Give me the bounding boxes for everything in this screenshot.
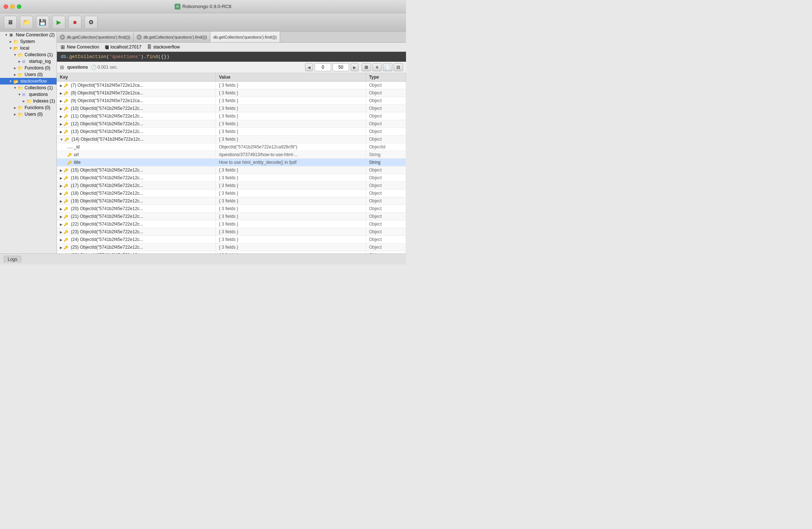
save-button[interactable]: 💾	[36, 16, 49, 29]
table-cell-key: ▶🔑(8) ObjectId("5741b2f45e722e12ca...	[57, 89, 216, 97]
local-label: local	[20, 46, 29, 51]
sidebar-item-startup-log[interactable]: ▶ ⊞ startup_log	[0, 58, 57, 65]
row-expand-icon[interactable]: ▶	[60, 91, 62, 95]
table-row[interactable]: ▶🔑(25) ObjectId("5741b2f45e722e12c...{ 3…	[57, 244, 406, 251]
table-row[interactable]: ▶🔑(13) ObjectId("5741b2f45e722e12c...{ 3…	[57, 128, 406, 136]
row-expand-icon[interactable]: ▶	[60, 223, 62, 226]
nav-pagesize-input[interactable]	[333, 63, 349, 71]
row-expand-icon[interactable]: ▶	[60, 107, 62, 111]
database-info: 🗄 stackoverflow	[147, 44, 180, 50]
row-expand-icon[interactable]: ▶	[60, 184, 62, 188]
table-row[interactable]: ▶🔑(12) ObjectId("5741b2f45e722e12c...{ 3…	[57, 120, 406, 128]
sidebar-item-so-functions[interactable]: ▶ 📁 Functions (0)	[0, 104, 57, 111]
table-row[interactable]: ▶🔑(18) ObjectId("5741b2f45e722e12c...{ 3…	[57, 190, 406, 197]
row-expand-icon[interactable]: ▶	[60, 99, 62, 103]
row-expand-icon[interactable]: ▶	[60, 169, 62, 172]
sidebar-item-connection[interactable]: ▼ 🖥 New Connection (2)	[0, 32, 57, 38]
local-users-arrow: ▶	[13, 73, 17, 76]
row-expand-icon[interactable]: ▶	[60, 176, 62, 180]
table-cell-key: ▶🔑(19) ObjectId("5741b2f45e722e12c...	[57, 197, 216, 205]
sidebar-item-local[interactable]: ▼ 📂 local	[0, 45, 57, 51]
row-expand-icon[interactable]: ▶	[60, 207, 62, 211]
tab-1[interactable]: ✕ db.getCollection('questions').find({})	[57, 32, 134, 42]
table-row[interactable]: ▶🔑(10) ObjectId("5741b2f45e722e12c...{ 3…	[57, 105, 406, 112]
maximize-button[interactable]	[17, 4, 21, 9]
table-row[interactable]: ▶🔑(20) ObjectId("5741b2f45e722e12c...{ 3…	[57, 205, 406, 213]
nav-current-input[interactable]	[315, 63, 331, 71]
table-cell-key: ▶🔑(20) ObjectId("5741b2f45e722e12c...	[57, 205, 216, 213]
sidebar-item-indexes[interactable]: ▶ 📁 Indexes (1)	[0, 98, 57, 104]
table-cell-value: { 3 fields }	[216, 105, 366, 112]
logs-tab[interactable]: Logs	[4, 256, 21, 263]
table-row[interactable]: ▶🔑(19) ObjectId("5741b2f45e722e12c...{ 3…	[57, 197, 406, 205]
row-expand-icon[interactable]: ▶	[60, 246, 62, 249]
sidebar-item-local-collections[interactable]: ▼ 📁 Collections (1)	[0, 51, 57, 58]
row-obj-icon: 🔑	[64, 215, 70, 219]
row-expand-icon[interactable]: ▶	[60, 84, 62, 87]
table-cell-type: String	[366, 151, 406, 159]
row-obj-icon: 🔑	[64, 168, 70, 172]
row-expand-icon[interactable]: ▼	[60, 138, 63, 141]
row-obj-icon: 🔑	[64, 114, 70, 118]
tab-2-close[interactable]: ✕	[137, 35, 142, 40]
table-row[interactable]: ▶🔑(24) ObjectId("5741b2f45e722e12c...{ 3…	[57, 236, 406, 244]
monitor-button[interactable]: 🖥	[4, 16, 17, 29]
close-button[interactable]	[4, 4, 8, 9]
table-cell-key: ▶🔑(21) ObjectId("5741b2f45e722e12c...	[57, 213, 216, 220]
table-row[interactable]: ▶🔑(8) ObjectId("5741b2f45e722e12ca...{ 3…	[57, 89, 406, 97]
minimize-button[interactable]	[10, 4, 15, 9]
table-row[interactable]: _idObjectId("5741b2f45e722e12ca928cf9")O…	[57, 143, 406, 151]
sidebar-item-local-functions[interactable]: ▶ 📁 Functions (0)	[0, 65, 57, 71]
table-cell-type: Object	[366, 236, 406, 244]
table-row[interactable]: ▶🔑(23) ObjectId("5741b2f45e722e12c...{ 3…	[57, 228, 406, 236]
row-obj-icon: 🔑	[64, 91, 70, 95]
sidebar-item-local-users[interactable]: ▶ 📁 Users (0)	[0, 71, 57, 78]
settings-button[interactable]: ⚙	[84, 16, 98, 29]
row-expand-icon[interactable]: ▶	[60, 130, 62, 134]
title-bar: R Robomongo 0.9.0-RC8	[0, 0, 406, 13]
table-row[interactable]: ▶🔑(21) ObjectId("5741b2f45e722e12c...{ 3…	[57, 213, 406, 220]
stackoverflow-arrow: ▼	[9, 79, 12, 83]
nav-controls: ◀ ▶	[305, 63, 359, 71]
sidebar-item-so-users[interactable]: ▶ 📁 Users (0)	[0, 111, 57, 118]
table-row[interactable]: ▶🔑(11) ObjectId("5741b2f45e722e12c...{ 3…	[57, 112, 406, 120]
tab-3[interactable]: db.getCollection('questions').find({})	[210, 32, 280, 42]
table-row[interactable]: ▶🔑(22) ObjectId("5741b2f45e722e12c...{ 3…	[57, 220, 406, 228]
table-row[interactable]: ▶🔑(16) ObjectId("5741b2f45e722e12c...{ 3…	[57, 174, 406, 182]
table-row[interactable]: 🔑titleHow to use html_entity_decode() in…	[57, 159, 406, 166]
view-custom-button[interactable]: ⊟	[394, 63, 403, 71]
so-functions-label: Functions (0)	[25, 105, 50, 110]
nav-prev-button[interactable]: ◀	[305, 63, 313, 71]
row-expand-icon[interactable]: ▶	[60, 238, 62, 242]
table-row[interactable]: ▼🔑(14) ObjectId("5741b2f45e722e12c...{ 3…	[57, 136, 406, 143]
row-obj-icon: 🔑	[64, 238, 70, 242]
row-expand-icon[interactable]: ▶	[60, 230, 62, 234]
row-expand-icon[interactable]: ▶	[60, 199, 62, 203]
stop-button[interactable]: ■	[68, 16, 81, 29]
run-button[interactable]: ▶	[52, 16, 65, 29]
view-tree-button[interactable]: ≡	[372, 63, 382, 71]
table-row[interactable]: ▶🔑(9) ObjectId("5741b2f45e722e12ca...{ 3…	[57, 97, 406, 105]
row-obj-icon: 🔑	[64, 184, 70, 188]
tab-1-close[interactable]: ✕	[60, 35, 65, 40]
folder-button[interactable]: 📁	[20, 16, 33, 29]
row-expand-icon[interactable]: ▶	[60, 122, 62, 126]
nav-next-button[interactable]: ▶	[351, 63, 359, 71]
tab-2[interactable]: ✕ db.getCollection('questions').find({})	[134, 32, 210, 42]
view-text-button[interactable]: 📄	[383, 63, 392, 71]
table-row[interactable]: ▶🔑(7) ObjectId("5741b2f45e722e12ca...{ 3…	[57, 82, 406, 89]
view-table-button[interactable]: ⊞	[362, 63, 371, 71]
sidebar-item-questions[interactable]: ▼ ⊞ questions	[0, 91, 57, 98]
sidebar-item-system[interactable]: ▶ 📁 System	[0, 38, 57, 45]
table-row[interactable]: 🔑url/questions/37374913/how-to-use-html-…	[57, 151, 406, 159]
row-expand-icon[interactable]: ▶	[60, 215, 62, 219]
row-expand-icon[interactable]: ▶	[60, 192, 62, 195]
query-info-bar: ⊞ New Connection 🖥 localhost:27017 🗄 sta…	[57, 43, 406, 52]
sidebar-item-stackoverflow-collections[interactable]: ▼ 📁 Collections (1)	[0, 84, 57, 91]
row-expand-icon[interactable]: ▶	[60, 115, 62, 118]
table-cell-value: { 3 fields }	[216, 190, 366, 197]
table-row[interactable]: ▶🔑(15) ObjectId("5741b2f45e722e12c...{ 3…	[57, 166, 406, 174]
table-row[interactable]: ▶🔑(17) ObjectId("5741b2f45e722e12c...{ 3…	[57, 182, 406, 190]
table-cell-type: Object	[366, 205, 406, 213]
sidebar-item-stackoverflow[interactable]: ▼ 📂 stackoverflow	[0, 78, 57, 84]
